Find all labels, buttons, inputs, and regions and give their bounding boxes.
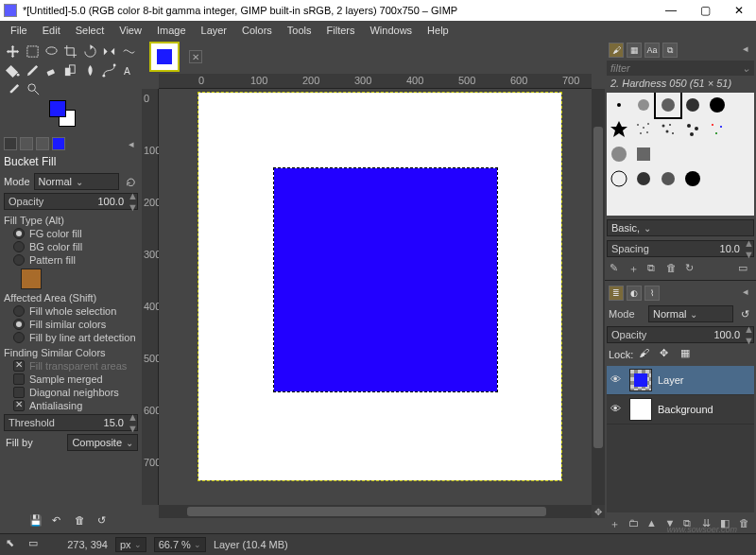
undo-history-tab[interactable] [36, 137, 49, 150]
layer-mode-reset-icon[interactable]: ↺ [737, 306, 752, 321]
fonts-tab[interactable]: Aa [644, 43, 660, 58]
menu-file[interactable]: File [4, 23, 34, 38]
canvas-viewport[interactable] [159, 89, 592, 505]
menu-windows[interactable]: Windows [363, 23, 419, 38]
diagonal-neighbors-check[interactable]: Diagonal neighbors [0, 386, 142, 399]
text-tool-icon[interactable]: A [122, 62, 136, 78]
lock-pixels-icon[interactable]: 🖌 [639, 347, 654, 362]
zoom-combo[interactable]: 66.7 % [154, 537, 206, 552]
zoom-tool-icon[interactable] [26, 81, 41, 96]
lasso-tool-icon[interactable] [44, 43, 59, 59]
unit-combo[interactable]: px [115, 537, 146, 552]
layers-tab[interactable]: ≣ [609, 286, 624, 301]
images-tab[interactable] [52, 137, 65, 150]
layer-row[interactable]: 👁 Layer [607, 366, 754, 395]
menu-view[interactable]: View [112, 23, 148, 38]
close-button[interactable]: ✕ [722, 0, 756, 21]
channels-tab[interactable]: ◐ [627, 286, 642, 301]
patterns-tab[interactable]: ▦ [627, 43, 642, 58]
lock-alpha-icon[interactable]: ▦ [680, 347, 696, 362]
fill-pattern-radio[interactable]: Pattern fill [0, 253, 142, 267]
layer-name[interactable]: Layer [658, 374, 684, 386]
canvas-blue-layer[interactable] [274, 168, 497, 391]
image-tab[interactable] [149, 42, 180, 72]
save-preset-icon[interactable]: 💾 [29, 514, 44, 529]
brush-dock-menu-icon[interactable]: ◂ [739, 43, 752, 58]
menu-filters[interactable]: Filters [320, 23, 362, 38]
ruler-horizontal[interactable]: 0 100 200 300 400 500 600 700 [159, 74, 592, 89]
reset-preset-icon[interactable]: ↺ [97, 514, 112, 529]
menu-image[interactable]: Image [150, 23, 193, 38]
smudge-tool-icon[interactable] [83, 62, 97, 78]
brush-grid[interactable] [607, 93, 754, 216]
brush-category-combo[interactable]: Basic, [607, 219, 754, 236]
layer-row[interactable]: 👁 Background [607, 395, 754, 425]
layer-mode-combo[interactable]: Normal [648, 305, 733, 322]
fill-lineart-radio[interactable]: Fill by line art detection [0, 331, 142, 344]
image-tab-close-icon[interactable]: ✕ [189, 50, 202, 63]
path-tool-icon[interactable] [102, 62, 116, 78]
device-status-tab[interactable] [20, 137, 33, 150]
layer-group-icon[interactable]: 🗀 [628, 517, 642, 530]
menu-select[interactable]: Select [69, 23, 112, 38]
move-tool-icon[interactable] [6, 43, 20, 59]
delete-layer-icon[interactable]: 🗑 [739, 517, 752, 530]
maximize-button[interactable]: ▢ [688, 0, 722, 21]
crop-tool-icon[interactable] [63, 43, 77, 59]
restore-preset-icon[interactable]: ↶ [52, 514, 67, 529]
brushes-tab[interactable]: 🖌 [609, 43, 624, 58]
flip-tool-icon[interactable] [102, 43, 116, 59]
rect-select-tool-icon[interactable] [25, 43, 39, 59]
eye-icon[interactable]: 👁 [610, 373, 624, 387]
layer-opacity-slider[interactable]: Opacity 100.0 ▲▼ [607, 326, 754, 343]
bucket-fill-tool-icon[interactable] [6, 62, 20, 78]
brush-filter-input[interactable]: filter⌄ [607, 61, 754, 76]
new-layer-icon[interactable]: ＋ [610, 517, 623, 530]
warp-tool-icon[interactable] [122, 43, 136, 59]
eraser-tool-icon[interactable] [44, 62, 59, 78]
layer-name[interactable]: Background [658, 404, 713, 415]
fill-whole-radio[interactable]: Fill whole selection [0, 304, 142, 318]
fillby-combo[interactable]: Composite [67, 434, 138, 451]
foreground-color[interactable] [49, 100, 66, 117]
delete-preset-icon[interactable]: 🗑 [75, 514, 90, 529]
refresh-brush-icon[interactable]: ↻ [685, 262, 698, 275]
open-brush-icon[interactable]: ▭ [738, 262, 751, 275]
edit-brush-icon[interactable]: ✎ [610, 262, 623, 275]
mode-reset-icon[interactable] [123, 174, 138, 189]
layer-dock-menu-icon[interactable]: ◂ [739, 286, 752, 301]
dock-menu-icon[interactable]: ◂ [125, 138, 138, 150]
eye-icon[interactable]: 👁 [610, 403, 624, 416]
scrollbar-horizontal[interactable] [159, 505, 592, 518]
history-tab[interactable]: ⧉ [662, 43, 678, 58]
tool-options-tab[interactable] [4, 137, 17, 150]
opacity-slider[interactable]: Opacity 100.0 ▲▼ [4, 193, 138, 210]
raise-layer-icon[interactable]: ▲ [646, 517, 660, 530]
delete-brush-icon[interactable]: 🗑 [666, 262, 679, 275]
menu-tools[interactable]: Tools [281, 23, 318, 38]
brush-spacing-slider[interactable]: Spacing 10.0 ▲▼ [607, 240, 754, 257]
rotate-tool-icon[interactable] [83, 43, 97, 59]
minimize-button[interactable]: — [654, 0, 688, 21]
paths-tab[interactable]: ⌇ [644, 286, 660, 301]
duplicate-brush-icon[interactable]: ⧉ [647, 262, 661, 275]
menu-layer[interactable]: Layer [195, 23, 234, 38]
paint-mode-combo[interactable]: Normal [34, 173, 119, 190]
sample-merged-check[interactable]: Sample merged [0, 373, 142, 386]
fill-transparent-check[interactable]: Fill transparent areas [0, 359, 142, 373]
menu-colors[interactable]: Colors [235, 23, 279, 38]
color-picker-tool-icon[interactable] [6, 81, 21, 96]
pattern-swatch[interactable] [21, 269, 42, 289]
fill-fg-radio[interactable]: FG color fill [0, 227, 142, 240]
navigation-icon[interactable]: ✥ [592, 505, 605, 518]
menu-help[interactable]: Help [421, 23, 455, 38]
scrollbar-vertical[interactable] [592, 89, 605, 505]
quickmask-icon[interactable]: ▭ [28, 537, 43, 552]
color-swatch[interactable] [49, 100, 83, 130]
lock-position-icon[interactable]: ✥ [660, 347, 675, 362]
fill-similar-radio[interactable]: Fill similar colors [0, 318, 142, 331]
ruler-vertical[interactable]: 0 100 200 300 400 500 600 700 [142, 89, 159, 505]
new-brush-icon[interactable]: ＋ [628, 262, 642, 275]
paintbrush-tool-icon[interactable] [25, 62, 39, 78]
antialiasing-check[interactable]: Antialiasing [0, 399, 142, 412]
